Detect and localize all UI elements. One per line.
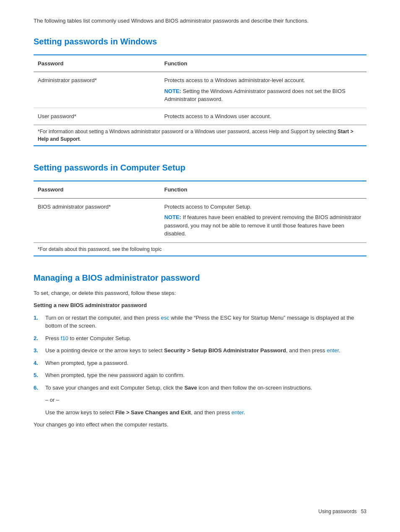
windows-row1-function: Protects access to a Windows administrat… [160, 75, 366, 105]
computer-setup-section: Setting passwords in Computer Setup Pass… [34, 161, 366, 256]
step-4-number: 4. [34, 359, 45, 367]
windows-row1-function-text: Protects access to a Windows administrat… [164, 77, 305, 83]
windows-table-row-1: Administrator password* Protects access … [34, 72, 366, 108]
step-6: 6. To save your changes and exit Compute… [34, 384, 366, 392]
computer-setup-row1-function-text: Protects access to Computer Setup. [164, 204, 252, 210]
step-1-link: esc [161, 315, 169, 321]
step-2-text-after: to enter Computer Setup. [68, 335, 131, 341]
step-6-text-before: To save your changes and exit Computer S… [45, 385, 184, 391]
step-1-text-before: Turn on or restart the computer, and the… [45, 315, 161, 321]
footer-text: Using passwords [318, 509, 356, 514]
computer-setup-row1-password: BIOS administrator password* [34, 201, 160, 240]
step-6-number: 6. [34, 384, 45, 392]
or-instruction-end: . [244, 409, 245, 416]
step-4: 4. When prompted, type a password. [34, 359, 366, 367]
windows-footnote: *For information about setting a Windows… [34, 125, 366, 145]
managing-steps-list: 1. Turn on or restart the computer, and … [34, 314, 366, 392]
or-instruction: Use the arrow keys to select File > Save… [45, 408, 366, 417]
computer-setup-title: Setting passwords in Computer Setup [34, 161, 366, 174]
managing-sub-heading: Setting a new BIOS administrator passwor… [34, 301, 366, 310]
step-1: 1. Turn on or restart the computer, and … [34, 314, 366, 330]
computer-setup-table: Password Function BIOS administrator pas… [34, 181, 366, 256]
windows-row1-password: Administrator password* [34, 75, 160, 105]
final-note: Your changes go into effect when the com… [34, 421, 366, 429]
computer-setup-col2-header: Function [160, 184, 366, 196]
windows-note-label: NOTE: [164, 88, 181, 94]
windows-row2-function: Protects access to a Windows user accoun… [160, 111, 366, 122]
step-6-bold: Save [184, 385, 197, 391]
managing-title: Managing a BIOS administrator password [34, 271, 366, 284]
step-5-content: When prompted, type the new password aga… [45, 371, 366, 380]
step-3-bold: Security > Setup BIOS Administrator Pass… [164, 347, 286, 354]
windows-footnote-end: . [80, 136, 81, 142]
step-1-number: 1. [34, 314, 45, 322]
windows-col2-header: Function [160, 58, 366, 70]
footer-page: 53 [361, 509, 366, 514]
computer-setup-row-1: BIOS administrator password* Protects ac… [34, 199, 366, 243]
windows-passwords-section: Setting passwords in Windows Password Fu… [34, 35, 366, 147]
computer-setup-note-text: If features have been enabled to prevent… [164, 214, 361, 237]
or-instruction-mid: , and then press [191, 409, 231, 416]
step-3-text-after: . [339, 347, 340, 354]
windows-table: Password Function Administrator password… [34, 54, 366, 147]
step-3-text-mid: , and then press [286, 347, 327, 354]
step-3-link: enter [327, 347, 339, 354]
step-2-link: f10 [61, 335, 68, 341]
computer-setup-note: NOTE: If features have been enabled to p… [164, 213, 362, 238]
step-2-content: Press f10 to enter Computer Setup. [45, 334, 366, 343]
step-5: 5. When prompted, type the new password … [34, 371, 366, 380]
step-4-content: When prompted, type a password. [45, 359, 366, 367]
step-2-text-before: Press [45, 335, 61, 341]
windows-table-header: Password Function [34, 55, 366, 72]
windows-footnote-text: *For information about setting a Windows… [38, 129, 338, 134]
managing-intro: To set, change, or delete this password,… [34, 289, 366, 297]
computer-setup-footnote-text: *For details about this password, see th… [38, 246, 162, 252]
computer-setup-note-label: NOTE: [164, 214, 181, 220]
or-instruction-before: Use the arrow keys to select [45, 409, 115, 416]
step-3-content: Use a pointing device or the arrow keys … [45, 346, 366, 355]
or-instruction-link: enter [231, 409, 244, 416]
windows-note-text: Setting the Windows Administrator passwo… [164, 88, 345, 103]
step-2-number: 2. [34, 334, 45, 343]
step-3: 3. Use a pointing device or the arrow ke… [34, 346, 366, 355]
windows-col1-header: Password [34, 58, 160, 70]
computer-setup-footnote: *For details about this password, see th… [34, 243, 366, 256]
windows-row2-password: User password* [34, 111, 160, 122]
step-2: 2. Press f10 to enter Computer Setup. [34, 334, 366, 343]
computer-setup-table-header: Password Function [34, 181, 366, 199]
or-instruction-bold: File > Save Changes and Exit [115, 409, 191, 416]
or-line: – or – [45, 396, 366, 404]
step-5-number: 5. [34, 371, 45, 380]
windows-row1-note: NOTE: Setting the Windows Administrator … [164, 87, 362, 103]
intro-paragraph: The following tables list commonly used … [34, 17, 366, 25]
step-3-number: 3. [34, 346, 45, 355]
step-3-text-before: Use a pointing device or the arrow keys … [45, 347, 164, 354]
computer-setup-col1-header: Password [34, 184, 160, 196]
step-1-content: Turn on or restart the computer, and the… [45, 314, 366, 330]
computer-setup-row1-function: Protects access to Computer Setup. NOTE:… [160, 201, 366, 240]
windows-table-row-2: User password* Protects access to a Wind… [34, 108, 366, 125]
step-6-content: To save your changes and exit Computer S… [45, 384, 366, 392]
windows-section-title: Setting passwords in Windows [34, 35, 366, 48]
page-footer: Using passwords 53 [318, 508, 366, 515]
managing-section: Managing a BIOS administrator password T… [34, 271, 366, 429]
step-6-text-after: icon and then follow the on-screen instr… [197, 385, 312, 391]
